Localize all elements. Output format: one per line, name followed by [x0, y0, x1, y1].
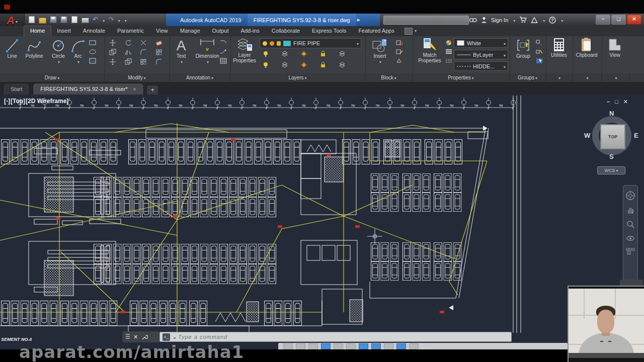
- linetype-icon[interactable]: [445, 57, 453, 64]
- tab-output[interactable]: Output: [206, 26, 235, 36]
- layer-layers-tool-icon[interactable]: [338, 50, 346, 57]
- lineweight-caret-icon[interactable]: [503, 52, 506, 58]
- workspace-icon[interactable]: [405, 28, 413, 35]
- zoom-icon[interactable]: [626, 220, 635, 229]
- help-dropdown-icon[interactable]: [560, 17, 563, 23]
- panel-label-annotation[interactable]: Annotation: [170, 73, 230, 82]
- file-tab-active[interactable]: FIREFGHTING SYS.92-3-8 & riser*: [33, 83, 144, 95]
- exchange-apps-icon[interactable]: [531, 17, 538, 23]
- status-toggle-7[interactable]: [371, 343, 381, 349]
- exchange-dropdown-icon[interactable]: [542, 17, 545, 23]
- layer-sun-tool-icon[interactable]: [300, 50, 308, 57]
- status-toggle-9[interactable]: [396, 343, 406, 349]
- panel-label-properties[interactable]: Properties: [413, 73, 510, 82]
- lineweight-icon[interactable]: [445, 48, 453, 55]
- application-menu-button[interactable]: A: [0, 14, 25, 28]
- layer-on-icon[interactable]: [263, 41, 267, 46]
- visual-style-menu[interactable]: [2D Wireframe]: [26, 98, 68, 105]
- drawing-restore-button[interactable]: [615, 99, 618, 105]
- dimension-tool[interactable]: Dimension: [192, 37, 223, 65]
- layer-lock-tool-icon[interactable]: [319, 50, 327, 57]
- tab-annotate[interactable]: Annotate: [77, 26, 111, 36]
- copy-tool-icon[interactable]: [124, 58, 132, 65]
- layer-bulb-tool-icon[interactable]: [262, 50, 270, 57]
- layer-dropdown-caret-icon[interactable]: [356, 40, 359, 46]
- compass-south[interactable]: S: [609, 153, 614, 160]
- ellipse-tool-icon[interactable]: [89, 48, 97, 55]
- trim-tool-icon[interactable]: [139, 39, 147, 46]
- close-tab-icon[interactable]: [128, 86, 137, 92]
- command-input[interactable]: Type a command: [159, 332, 512, 342]
- print-icon[interactable]: [82, 18, 89, 23]
- erase-tool-icon[interactable]: [155, 39, 163, 46]
- tab-featured-apps[interactable]: Featured Apps: [352, 26, 400, 36]
- status-toggle-1[interactable]: [296, 343, 305, 349]
- mirror-tool-icon[interactable]: [124, 49, 132, 56]
- polyline-tool[interactable]: Polyline: [22, 38, 46, 59]
- command-bar-grip[interactable]: [122, 331, 159, 342]
- close-button[interactable]: [627, 15, 641, 25]
- orbit-icon[interactable]: [626, 234, 635, 243]
- viewport-menu[interactable]: [-]: [4, 98, 10, 105]
- search-icon[interactable]: [469, 17, 477, 23]
- layer-lock-tool-icon[interactable]: [319, 61, 327, 68]
- color-wheel-icon[interactable]: [445, 39, 453, 46]
- copy-tool-icon[interactable]: [109, 49, 117, 56]
- pan-hand-icon[interactable]: [626, 206, 635, 215]
- status-toggle-8[interactable]: [384, 343, 393, 349]
- fillet-tool-icon[interactable]: [139, 49, 147, 56]
- help-icon[interactable]: ?: [549, 17, 556, 24]
- explode-tool-icon[interactable]: [155, 49, 163, 56]
- edit-block-icon[interactable]: [395, 48, 404, 55]
- panel-label-7[interactable]: [546, 73, 573, 82]
- tab-express-tools[interactable]: Express Tools: [306, 26, 352, 36]
- compass-east[interactable]: E: [634, 132, 638, 139]
- move-tool-icon[interactable]: [109, 39, 117, 46]
- undo-dropdown-icon[interactable]: [102, 15, 105, 24]
- layer-layers-tool-icon[interactable]: [338, 61, 346, 68]
- explode-tool-icon[interactable]: [139, 58, 147, 65]
- status-toggle-3[interactable]: [321, 343, 331, 349]
- create-block-icon[interactable]: [395, 39, 404, 46]
- status-toggle-5[interactable]: [346, 343, 356, 349]
- panel-label-9[interactable]: [602, 73, 630, 82]
- open-file-icon[interactable]: [39, 18, 46, 24]
- app-store-cart-icon[interactable]: [519, 17, 527, 23]
- text-tool[interactable]: A Text: [173, 37, 190, 65]
- match-properties-button[interactable]: Match Properties: [417, 37, 443, 63]
- save-as-icon[interactable]: [60, 16, 67, 23]
- panel-label-block[interactable]: Block: [365, 73, 413, 82]
- lineweight-dropdown[interactable]: ByLayer: [454, 50, 508, 59]
- panel-label-8[interactable]: [573, 73, 602, 82]
- file-tab-start[interactable]: Start: [3, 83, 30, 95]
- utilities-button[interactable]: Utilities: [546, 37, 572, 58]
- layer-layers-tool-icon[interactable]: [281, 50, 289, 57]
- tab-add-ins[interactable]: Add-ins: [235, 26, 266, 36]
- rectangle-tool-icon[interactable]: [89, 39, 97, 46]
- help-search-box[interactable]: [383, 16, 469, 25]
- status-toggle-4[interactable]: [334, 343, 343, 349]
- qat-customize-icon[interactable]: [124, 15, 127, 24]
- layer-freeze-icon[interactable]: [270, 41, 274, 46]
- layer-dropdown[interactable]: FIRE PIPE: [260, 38, 361, 48]
- new-tab-button[interactable]: [147, 85, 158, 95]
- wcs-dropdown[interactable]: WCS: [597, 166, 625, 174]
- layer-bulb-tool-icon[interactable]: [262, 61, 270, 68]
- group-edit-icon[interactable]: [535, 48, 543, 55]
- status-toggle-6[interactable]: [359, 343, 368, 349]
- leader-tool-icon[interactable]: [219, 39, 227, 46]
- rotate-tool-icon[interactable]: [124, 39, 132, 46]
- compass-north[interactable]: N: [609, 110, 614, 117]
- minimize-button[interactable]: [596, 15, 610, 25]
- group-selection-icon[interactable]: [535, 57, 543, 64]
- hatch-tool-icon[interactable]: [89, 57, 97, 64]
- sign-in-dropdown-icon[interactable]: [512, 17, 515, 23]
- recent-commands-icon[interactable]: [173, 332, 176, 341]
- tab-home[interactable]: Home: [24, 26, 51, 36]
- fillet-tool-icon[interactable]: [155, 58, 163, 65]
- drawing-close-button[interactable]: [623, 99, 628, 105]
- drawing-canvas[interactable]: 7507507507507507507507507507507507507507…: [0, 95, 644, 362]
- ungroup-icon[interactable]: [535, 39, 543, 46]
- user-icon[interactable]: [481, 17, 487, 23]
- layer-layers-tool-icon[interactable]: [281, 61, 289, 68]
